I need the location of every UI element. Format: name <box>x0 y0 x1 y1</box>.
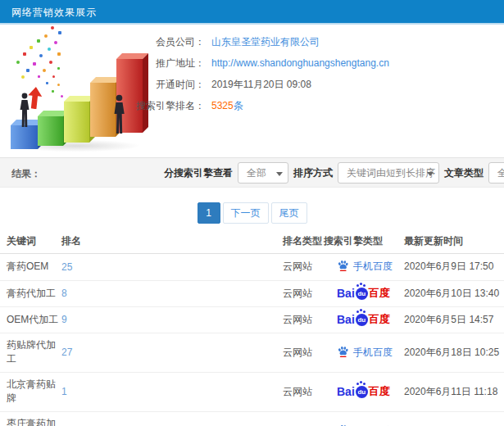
engine-filter-label: 分搜索引擎查看 <box>164 166 233 180</box>
confetti-dot <box>46 82 48 84</box>
filter-group: 分搜索引擎查看 全部 排序方式 关键词由短到长排序 文章类型 全部 提交 <box>164 162 504 184</box>
table-row: OEM代加工9云网站Baidu百度2020年6月5日 14:57 <box>0 307 504 333</box>
bar-yellow <box>64 102 89 143</box>
baidu-logo[interactable]: Baidu百度 <box>337 312 390 327</box>
pagination: 1 下一页 尾页 <box>0 202 504 224</box>
header-rank-type: 排名类型 <box>283 230 324 254</box>
open-time-label: 开通时间： <box>131 78 205 92</box>
table-row: 北京膏药贴牌1云网站Baidu百度2020年6月11日 11:18 <box>0 373 504 412</box>
updated-cell: 2020年6月18日 10:25 <box>404 333 504 373</box>
engine-select[interactable]: 全部 <box>238 162 288 184</box>
confetti-dot <box>54 41 57 44</box>
rank-type-cell: 云网站 <box>283 412 324 426</box>
mobile-baidu-icon <box>337 345 349 360</box>
keyword-cell: 药贴牌代加工 <box>0 333 61 373</box>
article-type-select-value: 全部 <box>497 166 504 180</box>
article-type-select[interactable]: 全部 <box>488 162 504 184</box>
engine-type-cell: Baidu百度 <box>324 281 404 307</box>
rank-link[interactable]: 8 <box>61 288 67 299</box>
mobile-baidu-link[interactable]: 手机百度 <box>353 260 393 274</box>
pagination-page-1[interactable]: 1 <box>198 202 220 224</box>
confetti-dot <box>37 39 40 43</box>
header-updated: 最新更新时间 <box>404 230 504 254</box>
sort-select-value: 关键词由短到长排序 <box>347 166 435 180</box>
engine-type-cell: Baidu百度 <box>324 307 404 333</box>
confetti-dot <box>49 61 52 64</box>
table-row: 枣庄膏药加工1,4,6云网站手机百度2020年6月18日 10:19 <box>0 412 504 426</box>
engine-type-cell: 手机百度 <box>324 254 404 281</box>
rank-count-unit[interactable]: 条 <box>234 100 243 111</box>
rank-link[interactable]: 1 <box>61 386 67 397</box>
updated-cell: 2020年6月11日 11:18 <box>404 373 504 412</box>
promotion-url-link[interactable]: http://www.shandonghuangshengtang.cn <box>211 57 389 69</box>
rank-cell: 9 <box>61 307 283 333</box>
rank-type-cell: 云网站 <box>283 333 324 373</box>
table-row: 膏药OEM25云网站手机百度2020年6月9日 17:50 <box>0 254 504 281</box>
rank-type-cell: 云网站 <box>283 307 324 333</box>
rank-count-row: 搜索引擎排名： 5325条 <box>131 95 504 116</box>
result-label: 结果： <box>11 167 41 181</box>
engine-type-cell: Baidu百度 <box>324 373 404 412</box>
up-arrow-icon <box>27 86 43 110</box>
chevron-down-icon <box>427 172 434 176</box>
confetti-dot <box>44 34 48 38</box>
open-time-value: 2019年11月20日 09:08 <box>211 78 311 92</box>
confetti-dot <box>52 90 54 93</box>
baidu-logo-cn: 百度 <box>369 384 390 399</box>
confetti-dot <box>38 75 40 78</box>
baidu-paw-icon: du <box>356 288 368 300</box>
rank-count-label: 搜索引擎排名： <box>131 99 205 113</box>
bar-blue <box>11 125 38 149</box>
rank-link[interactable]: 9 <box>61 314 67 325</box>
table-row: 膏药代加工8云网站Baidu百度2020年6月10日 13:40 <box>0 281 504 307</box>
confetti-dot <box>57 52 61 56</box>
updated-cell: 2020年6月9日 17:50 <box>404 254 504 281</box>
baidu-logo-cn: 百度 <box>369 312 390 327</box>
engine-type-cell: 手机百度 <box>324 412 404 426</box>
engine-cell: Baidu百度 <box>324 286 404 301</box>
confetti-dot <box>51 26 54 29</box>
results-table: 关键词 排名 排名类型 搜索引擎类型 最新更新时间 膏药OEM25云网站手机百度… <box>0 230 504 426</box>
bar-green <box>38 116 63 146</box>
topbar: 网络营销效果展示 <box>0 0 504 23</box>
engine-cell: Baidu百度 <box>324 384 404 399</box>
article-filter-label: 文章类型 <box>444 166 484 180</box>
confetti-dot <box>26 69 30 72</box>
updated-cell: 2020年6月10日 13:40 <box>404 281 504 307</box>
rank-count-value[interactable]: 5325条 <box>211 99 243 113</box>
keyword-cell: 北京膏药贴牌 <box>0 373 61 412</box>
member-info-rows: 会员公司： 山东皇圣堂药业有限公司 推广地址： http://www.shand… <box>131 31 504 116</box>
member-info-section: 会员公司： 山东皇圣堂药业有限公司 推广地址： http://www.shand… <box>0 25 504 156</box>
engine-select-value: 全部 <box>247 166 266 180</box>
mobile-baidu-link[interactable]: 手机百度 <box>353 346 393 360</box>
confetti-dot <box>43 69 46 72</box>
mobile-baidu-icon <box>337 259 349 274</box>
rank-link[interactable]: 25 <box>61 261 72 273</box>
engine-cell: 手机百度 <box>324 424 404 426</box>
keyword-cell: 膏药代加工 <box>0 281 61 307</box>
baidu-logo-cn: 百度 <box>369 286 390 301</box>
pagination-next[interactable]: 下一页 <box>223 202 269 224</box>
rank-count-number[interactable]: 5325 <box>211 100 234 111</box>
company-link[interactable]: 山东皇圣堂药业有限公司 <box>211 35 320 49</box>
engine-type-cell: 手机百度 <box>324 333 404 373</box>
table-row: 药贴牌代加工27云网站手机百度2020年6月18日 10:25 <box>0 333 504 373</box>
engine-cell: 手机百度 <box>324 259 404 274</box>
keyword-cell: OEM代加工 <box>0 307 61 333</box>
baidu-logo[interactable]: Baidu百度 <box>337 286 390 301</box>
baidu-logo-bai: Bai <box>337 385 355 398</box>
rank-link[interactable]: 27 <box>61 347 72 358</box>
updated-cell: 2020年6月18日 10:19 <box>404 412 504 426</box>
page-title: 网络营销效果展示 <box>11 6 97 20</box>
pagination-last[interactable]: 尾页 <box>271 202 307 224</box>
header-keyword: 关键词 <box>0 230 61 254</box>
rank-cell: 25 <box>61 254 283 281</box>
engine-cell: Baidu百度 <box>324 312 404 327</box>
table-header-row: 关键词 排名 排名类型 搜索引擎类型 最新更新时间 <box>0 230 504 254</box>
baidu-paw-icon: du <box>356 314 368 326</box>
confetti-dot <box>16 61 20 64</box>
baidu-logo[interactable]: Baidu百度 <box>337 384 390 399</box>
confetti-dot <box>23 52 26 56</box>
sort-select[interactable]: 关键词由短到长排序 <box>338 162 439 184</box>
confetti-dot <box>33 62 36 66</box>
